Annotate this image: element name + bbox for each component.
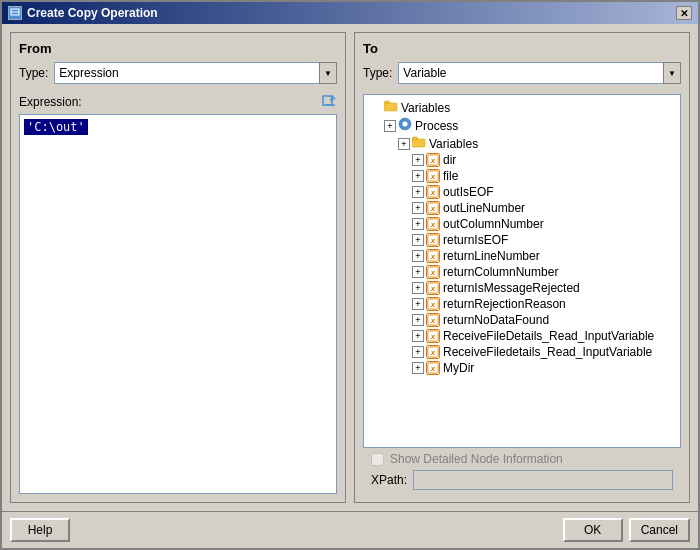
tree-item-label: Variables [401, 101, 450, 115]
from-panel: From Type: Expression Variable XPath ▼ E… [10, 32, 346, 503]
svg-text:x: x [430, 204, 436, 213]
from-type-row: Type: Expression Variable XPath ▼ [19, 62, 337, 84]
tree-item-label: MyDir [443, 361, 474, 375]
to-panel: To Type: Variable Expression XPath ▼ Var… [354, 32, 690, 503]
variable-icon: x [426, 345, 440, 359]
ok-button[interactable]: OK [563, 518, 623, 542]
close-button[interactable]: ✕ [676, 6, 692, 20]
tree-item[interactable]: + x outColumnNumber [368, 216, 676, 232]
tree-item[interactable]: + x file [368, 168, 676, 184]
expand-button[interactable]: + [384, 120, 396, 132]
expand-button[interactable]: + [412, 218, 424, 230]
tree-item-label: returnNoDataFound [443, 313, 549, 327]
tree-item-label: ReceiveFiledetails_Read_InputVariable [443, 345, 652, 359]
svg-text:x: x [430, 188, 436, 197]
variable-icon: x [426, 329, 440, 343]
main-window: Create Copy Operation ✕ From Type: Expre… [0, 0, 700, 550]
from-panel-title: From [19, 41, 337, 56]
variable-icon: x [426, 281, 440, 295]
variable-icon: x [426, 201, 440, 215]
show-node-checkbox[interactable] [371, 453, 384, 466]
tree-item-label: returnLineNumber [443, 249, 540, 263]
to-type-label: Type: [363, 66, 392, 80]
tree-item[interactable]: + x returnLineNumber [368, 248, 676, 264]
expand-button[interactable]: + [412, 362, 424, 374]
expand-button[interactable]: + [412, 282, 424, 294]
svg-text:x: x [430, 316, 436, 325]
tree-item[interactable]: + x returnColumnNumber [368, 264, 676, 280]
svg-text:x: x [430, 172, 436, 181]
expand-button[interactable]: + [412, 234, 424, 246]
tree-item[interactable]: + x returnIsEOF [368, 232, 676, 248]
variable-icon: x [426, 217, 440, 231]
expand-button[interactable]: + [398, 138, 410, 150]
tree-item-label: outColumnNumber [443, 217, 544, 231]
variable-icon: x [426, 153, 440, 167]
to-type-select[interactable]: Variable Expression XPath [398, 62, 681, 84]
tree-item[interactable]: + x MyDir [368, 360, 676, 376]
edit-icon[interactable] [321, 94, 337, 110]
svg-text:x: x [430, 268, 436, 277]
tree-item-label: outIsEOF [443, 185, 494, 199]
tree-item-label: file [443, 169, 458, 183]
folder-icon [384, 100, 398, 115]
main-content: From Type: Expression Variable XPath ▼ E… [2, 24, 698, 511]
variable-icon: x [426, 265, 440, 279]
svg-text:x: x [430, 300, 436, 309]
to-type-select-wrapper: Variable Expression XPath ▼ [398, 62, 681, 84]
expression-box[interactable]: 'C:\out' [19, 114, 337, 494]
variable-icon: x [426, 233, 440, 247]
expand-button[interactable]: + [412, 314, 424, 326]
expand-button[interactable]: + [412, 250, 424, 262]
to-type-row: Type: Variable Expression XPath ▼ [363, 62, 681, 84]
svg-rect-8 [412, 139, 425, 147]
svg-text:x: x [430, 220, 436, 229]
title-bar: Create Copy Operation ✕ [2, 2, 698, 24]
tree-item[interactable]: + Process [368, 116, 676, 135]
footer-right: OK Cancel [563, 518, 690, 542]
expand-button[interactable]: + [412, 330, 424, 342]
tree-panel[interactable]: Variables+ Process+ Variables+ x dir+ x … [363, 94, 681, 448]
tree-item[interactable]: + Variables [368, 135, 676, 152]
tree-item[interactable]: + x dir [368, 152, 676, 168]
tree-item[interactable]: Variables [368, 99, 676, 116]
help-button[interactable]: Help [10, 518, 70, 542]
tree-item-label: outLineNumber [443, 201, 525, 215]
show-node-label: Show Detailed Node Information [390, 452, 563, 466]
tree-item[interactable]: + x ReceiveFiledetails_Read_InputVariabl… [368, 344, 676, 360]
cancel-button[interactable]: Cancel [629, 518, 690, 542]
xpath-input[interactable] [413, 470, 673, 490]
tree-item-label: Process [415, 119, 458, 133]
from-type-select[interactable]: Expression Variable XPath [54, 62, 337, 84]
expand-button[interactable]: + [412, 170, 424, 182]
expand-button[interactable]: + [412, 186, 424, 198]
xpath-row: XPath: [371, 470, 673, 490]
expression-value: 'C:\out' [24, 119, 88, 135]
expand-button[interactable]: + [412, 346, 424, 358]
svg-text:x: x [430, 348, 436, 357]
variable-icon: x [426, 313, 440, 327]
svg-text:x: x [430, 364, 436, 373]
variable-icon: x [426, 169, 440, 183]
svg-text:x: x [430, 284, 436, 293]
expand-button[interactable]: + [412, 266, 424, 278]
expand-button[interactable]: + [412, 154, 424, 166]
window-icon [8, 6, 22, 20]
expand-button[interactable]: + [412, 202, 424, 214]
tree-item[interactable]: + x outIsEOF [368, 184, 676, 200]
to-panel-inner: Variables+ Process+ Variables+ x dir+ x … [363, 94, 681, 448]
svg-text:x: x [430, 156, 436, 165]
expand-button[interactable]: + [412, 298, 424, 310]
from-type-label: Type: [19, 66, 48, 80]
tree-item[interactable]: + x ReceiveFileDetails_Read_InputVariabl… [368, 328, 676, 344]
show-node-row: Show Detailed Node Information [371, 452, 673, 466]
svg-rect-5 [384, 103, 397, 111]
tree-item[interactable]: + x returnRejectionReason [368, 296, 676, 312]
expression-label: Expression: [19, 95, 82, 109]
tree-item[interactable]: + x outLineNumber [368, 200, 676, 216]
tree-item[interactable]: + x returnNoDataFound [368, 312, 676, 328]
svg-point-7 [402, 121, 408, 127]
tree-item[interactable]: + x returnIsMessageRejected [368, 280, 676, 296]
from-type-select-wrapper: Expression Variable XPath ▼ [54, 62, 337, 84]
to-panel-title: To [363, 41, 681, 56]
